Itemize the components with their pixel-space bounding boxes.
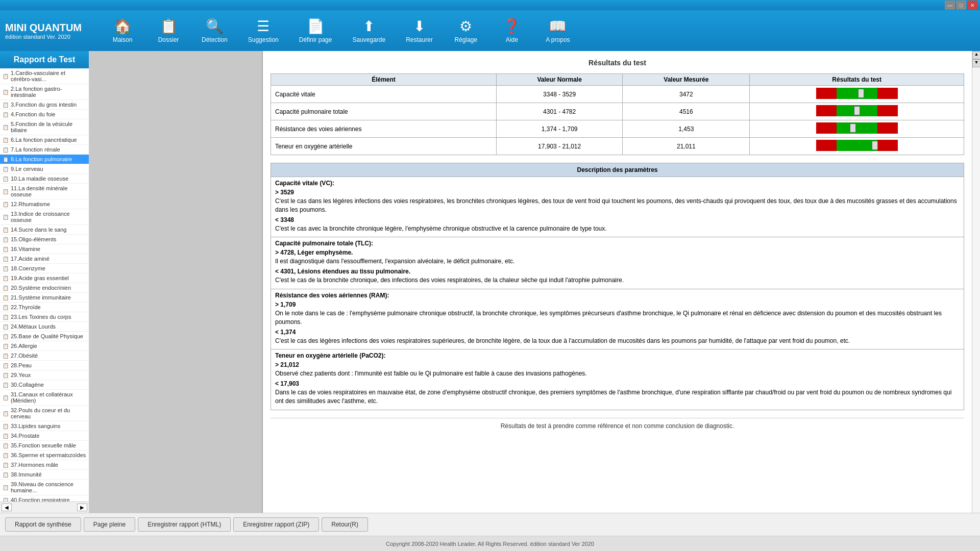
sidebar-item-item-38[interactable]: 📋38.Immunité — [0, 470, 89, 480]
sidebar-scroll: ◀ ▶ — [0, 502, 89, 513]
synthesis-button[interactable]: Rapport de synthèse — [5, 517, 81, 532]
reglage-icon: ⚙ — [459, 18, 472, 35]
bar-indicator — [858, 89, 864, 98]
sidebar-item-icon: 📋 — [3, 157, 9, 162]
sidebar-item-item-36[interactable]: 📋36.Sperme et spermatozoïdes — [0, 450, 89, 460]
sidebar-item-label: 33.Lipides sanguins — [11, 423, 60, 429]
nav-suggestion-label: Suggestion — [248, 36, 279, 43]
sidebar-item-label: 24.Métaux Lourds — [11, 323, 56, 330]
sidebar-item-item-26[interactable]: 📋26.Allergie — [0, 341, 89, 351]
sidebar-item-item-27[interactable]: 📋27.Obésité — [0, 351, 89, 361]
desc-section-title: Capacité pulmonaire totale (TLC): — [275, 240, 960, 247]
right-scrollbar[interactable]: ▲ ▼ — [972, 51, 980, 513]
nav-apropos-label: A propos — [546, 36, 570, 43]
sidebar-item-item-3[interactable]: 📋3.Fonction du gros intestin — [0, 100, 89, 110]
sidebar-item-item-28[interactable]: 📋28.Peau — [0, 361, 89, 370]
nav-sauvegarde[interactable]: ⬆ Sauvegarde — [345, 15, 393, 46]
nav-restaurer-label: Restaurer — [406, 36, 433, 43]
sidebar-item-item-23[interactable]: 📋23.Les Toxines du corps — [0, 312, 89, 322]
minimize-button[interactable]: — — [945, 1, 955, 10]
sidebar-item-item-21[interactable]: 📋21.Système immunitaire — [0, 293, 89, 303]
nav-maison[interactable]: 🏠 Maison — [102, 15, 143, 46]
sidebar-item-item-33[interactable]: 📋33.Lipides sanguins — [0, 421, 89, 431]
nav-restaurer[interactable]: ⬇ Restaurer — [398, 15, 440, 46]
sidebar-item-item-37[interactable]: 📋37.Hormones mâle — [0, 460, 89, 470]
sidebar-item-item-8[interactable]: 📋8.La fonction pulmonaire — [0, 155, 89, 164]
fullpage-button[interactable]: Page pleine — [84, 517, 135, 532]
sidebar-item-item-40[interactable]: 📋40.Fonction respiratoire — [0, 495, 89, 502]
sidebar-item-item-32[interactable]: 📋32.Pouls du coeur et du cerveau — [0, 406, 89, 421]
sidebar-item-item-16[interactable]: 📋16.Vitamine — [0, 244, 89, 254]
sidebar-item-item-22[interactable]: 📋22.Thyroïde — [0, 303, 89, 312]
sidebar-item-item-12[interactable]: 📋12.Rhumatisme — [0, 199, 89, 209]
scroll-up-btn[interactable]: ▲ — [972, 51, 980, 59]
results-bar-cell — [750, 120, 964, 138]
nav-suggestion[interactable]: ☰ Suggestion — [240, 15, 286, 46]
sidebar-item-item-35[interactable]: 📋35.Fonction sexuelle mâle — [0, 441, 89, 450]
sidebar-scroll-left[interactable]: ◀ — [2, 504, 12, 511]
sidebar-item-item-39[interactable]: 📋39.Niveau de conscience humaine... — [0, 480, 89, 495]
sidebar-item-item-25[interactable]: 📋25.Base de Qualité Physique — [0, 332, 89, 341]
close-button[interactable]: ✕ — [967, 1, 977, 10]
sidebar-item-item-17[interactable]: 📋17.Acide aminé — [0, 254, 89, 264]
desc-value-marker: < 1,374 — [275, 329, 960, 336]
sidebar-item-item-11[interactable]: 📋11.La densité minérale osseuse — [0, 184, 89, 199]
normal-value: 1,374 - 1,709 — [496, 120, 622, 138]
nav-dossier-label: Dossier — [158, 36, 179, 43]
sidebar-item-icon: 📋 — [3, 497, 9, 502]
scroll-down-btn[interactable]: ▼ — [972, 59, 980, 67]
sidebar-scroll-right[interactable]: ▶ — [77, 504, 87, 511]
desc-section-cell: Teneur en oxygène artérielle (PaCO2):> 2… — [271, 349, 964, 410]
sidebar-item-item-2[interactable]: 📋2.La fonction gastro-intestinale — [0, 84, 89, 100]
sidebar-item-label: 38.Immunité — [11, 471, 42, 478]
sidebar-item-item-14[interactable]: 📋14.Sucre dans le sang — [0, 225, 89, 235]
sidebar-item-item-1[interactable]: 📋1.Cardio-vasculaire et cérébro-vasi... — [0, 68, 89, 84]
sidebar-item-item-15[interactable]: 📋15.Oligo-éléments — [0, 235, 89, 244]
normal-value: 4301 - 4782 — [496, 103, 622, 120]
sidebar-item-item-10[interactable]: 📋10.La maladie osseuse — [0, 174, 89, 184]
measured-value: 21,011 — [623, 138, 750, 155]
right-panel[interactable]: Résultats du test Élément Valeur Normale… — [263, 51, 972, 513]
sidebar-item-label: 37.Hormones mâle — [11, 462, 58, 468]
sidebar-item-label: 22.Thyroïde — [11, 304, 41, 310]
sidebar-item-item-4[interactable]: 📋4.Fonction du foie — [0, 110, 89, 119]
desc-section-row: Capacité pulmonaire totale (TLC):> 4728,… — [271, 237, 964, 289]
sidebar-item-item-6[interactable]: 📋6.La fonction pancréatique — [0, 135, 89, 145]
nav-detection[interactable]: 🔍 Détection — [194, 15, 235, 46]
sidebar-item-label: 19.Acide gras essentiel — [11, 275, 69, 281]
aide-icon: ❓ — [503, 18, 521, 35]
save-html-button[interactable]: Enregistrer rapport (HTML) — [138, 517, 231, 532]
sidebar-item-icon: 📋 — [3, 124, 9, 130]
nav-definir[interactable]: 📄 Définir page — [291, 15, 340, 46]
nav-dossier[interactable]: 📋 Dossier — [148, 15, 189, 46]
return-button[interactable]: Retour(R) — [322, 517, 368, 532]
main-area: Rapport de Test 📋1.Cardio-vasculaire et … — [0, 51, 980, 513]
nav-items: 🏠 Maison 📋 Dossier 🔍 Détection ☰ Suggest… — [102, 15, 578, 46]
sidebar-item-icon: 📋 — [3, 137, 9, 143]
sidebar-item-item-19[interactable]: 📋19.Acide gras essentiel — [0, 273, 89, 283]
sidebar-item-item-9[interactable]: 📋9.Le cerveau — [0, 164, 89, 174]
col-measured: Valeur Mesurée — [623, 74, 750, 86]
sidebar-item-item-29[interactable]: 📋29.Yeux — [0, 370, 89, 380]
maximize-button[interactable]: □ — [956, 1, 966, 10]
sidebar-item-item-30[interactable]: 📋30.Collagène — [0, 380, 89, 390]
sidebar-item-item-18[interactable]: 📋18.Coenzyme — [0, 264, 89, 273]
sidebar-item-icon: 📋 — [3, 453, 9, 458]
nav-reglage[interactable]: ⚙ Réglage — [446, 15, 486, 46]
sidebar-item-item-13[interactable]: 📋13.Indice de croissance osseuse — [0, 209, 89, 225]
save-zip-button[interactable]: Enregistrer rapport (ZIP) — [233, 517, 319, 532]
sidebar-item-label: 21.Système immunitaire — [11, 294, 71, 300]
table-row: Teneur en oxygène artérielle 17,903 - 21… — [271, 138, 964, 155]
sidebar-item-item-34[interactable]: 📋34.Prostate — [0, 431, 89, 441]
nav-apropos[interactable]: 📖 A propos — [537, 15, 578, 46]
sidebar-item-item-24[interactable]: 📋24.Métaux Lourds — [0, 322, 89, 332]
sidebar-item-item-5[interactable]: 📋5.Fonction de la vésicule biliaire — [0, 119, 89, 135]
desc-text: Dans le cas de voies respiratoires en ma… — [275, 388, 960, 406]
nav-aide[interactable]: ❓ Aide — [492, 15, 532, 46]
sidebar-item-icon: 📋 — [3, 411, 9, 416]
sidebar-item-item-31[interactable]: 📋31.Canaux et collatéraux (Méridien) — [0, 390, 89, 406]
sidebar-item-item-20[interactable]: 📋20.Système endocrinien — [0, 283, 89, 293]
sidebar-item-label: 31.Canaux et collatéraux (Méridien) — [11, 391, 86, 404]
col-results: Résultats du test — [750, 74, 964, 86]
sidebar-item-item-7[interactable]: 📋7.La fonction rénale — [0, 145, 89, 155]
